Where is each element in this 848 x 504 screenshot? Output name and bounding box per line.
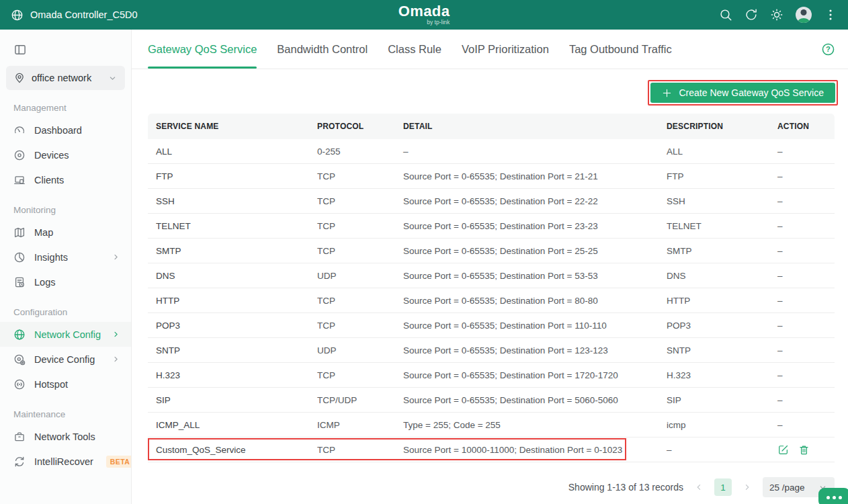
cell-action: –	[769, 221, 835, 231]
sidebar-item-intellirecover[interactable]: IntelliRecoverBETA	[0, 449, 131, 474]
records-summary: Showing 1-13 of 13 records	[568, 482, 683, 493]
search-icon[interactable]	[719, 8, 732, 22]
cell-service-name: SMTP	[148, 246, 309, 256]
controller-title: Omada Controller_C5D0	[30, 9, 138, 20]
sidebar-item-logs[interactable]: Logs	[0, 269, 131, 294]
tab-voip-prioritization[interactable]: VoIP Prioritization	[462, 30, 549, 69]
delete-icon[interactable]	[798, 444, 810, 456]
cell-description: SIP	[659, 395, 769, 405]
cell-description: DNS	[659, 271, 769, 281]
cell-protocol: 0-255	[309, 146, 395, 157]
cell-detail: Source Port = 0-65535; Destination Port …	[395, 296, 659, 306]
cell-protocol: TCP	[309, 296, 395, 306]
tab-label: Class Rule	[388, 43, 441, 56]
site-selector-label: office network	[32, 73, 101, 83]
sidebar-item-label: Clients	[34, 175, 64, 185]
globe-icon	[11, 9, 24, 22]
annotation-create-button: Create New Gateway QoS Service	[648, 80, 838, 106]
network-config-icon	[13, 329, 26, 341]
sidebar-item-label: Logs	[34, 277, 55, 288]
cell-service-name: ALL	[148, 146, 309, 157]
table-body: ALL0-255–ALL–FTPTCPSource Port = 0-65535…	[148, 139, 835, 462]
table-row: HTTPTCPSource Port = 0-65535; Destinatio…	[148, 288, 835, 313]
table-row: POP3TCPSource Port = 0-65535; Destinatio…	[148, 313, 835, 338]
cell-action: –	[769, 395, 835, 405]
prev-page-button[interactable]	[693, 482, 704, 493]
table-row: SIPTCP/UDPSource Port = 0-65535; Destina…	[148, 388, 835, 413]
tab-bandwidth-control[interactable]: Bandwidth Control	[277, 30, 368, 69]
location-pin-icon	[13, 72, 26, 84]
sidebar-section-label: Configuration	[13, 304, 131, 320]
sidebar-item-dashboard[interactable]: Dashboard	[0, 118, 131, 142]
chat-widget-button[interactable]	[818, 488, 848, 504]
tab-label: Bandwidth Control	[277, 43, 368, 56]
tab-gateway-qos-service[interactable]: Gateway QoS Service	[148, 30, 257, 69]
table-row: TELNETTCPSource Port = 0-65535; Destinat…	[148, 214, 835, 239]
tabs-bar: Gateway QoS ServiceBandwidth ControlClas…	[132, 30, 848, 69]
current-page-button[interactable]: 1	[714, 478, 732, 496]
omada-logo-subtitle: by tp-link	[427, 19, 450, 26]
sidebar-item-label: Network Config	[34, 329, 101, 340]
site-selector[interactable]: office network	[6, 66, 125, 90]
cell-detail: Source Port = 0-65535; Destination Port …	[395, 395, 659, 405]
cell-protocol: TCP	[309, 370, 395, 380]
cell-service-name: Custom_QoS_Service	[148, 445, 309, 455]
chevron-right-icon	[111, 354, 121, 364]
intellirecover-icon	[13, 456, 26, 468]
cell-service-name: HTTP	[148, 296, 309, 306]
qos-service-table: SERVICE NAMEPROTOCOLDETAILDESCRIPTIONACT…	[148, 114, 835, 462]
cell-action: –	[769, 370, 835, 380]
cell-protocol: ICMP	[309, 420, 395, 430]
cell-detail: Source Port = 0-65535; Destination Port …	[395, 246, 659, 256]
cell-service-name: H.323	[148, 370, 309, 380]
svg-text:?: ?	[826, 45, 831, 53]
topbar-actions	[719, 7, 837, 23]
cell-protocol: TCP	[309, 221, 395, 231]
column-header-protocol: PROTOCOL	[309, 122, 395, 131]
cell-service-name: SNTP	[148, 345, 309, 355]
sidebar-item-map[interactable]: Map	[0, 220, 131, 245]
cell-protocol: TCP	[309, 246, 395, 256]
brightness-icon[interactable]	[770, 8, 783, 22]
cell-detail: Type = 255; Code = 255	[395, 420, 659, 430]
user-avatar[interactable]	[796, 7, 812, 23]
edit-icon[interactable]	[777, 444, 789, 456]
column-header-service-name: SERVICE NAME	[148, 122, 309, 131]
next-page-button[interactable]	[742, 482, 753, 493]
controller-brand: Omada Controller_C5D0	[11, 9, 138, 22]
tab-tag-outbound-traffic[interactable]: Tag Outbound Traffic	[569, 30, 672, 69]
sidebar-item-hotspot[interactable]: Hotspot	[0, 372, 131, 396]
sidebar-item-label: Device Config	[34, 354, 95, 365]
sidebar-sections: ManagementDashboardDevicesClientsMonitor…	[0, 100, 131, 474]
kebab-menu-icon[interactable]	[824, 8, 837, 22]
dashboard-icon	[13, 124, 26, 136]
help-icon[interactable]: ?	[821, 42, 835, 56]
sidebar: office network ManagementDashboardDevice…	[0, 30, 132, 504]
cell-action: –	[769, 146, 835, 157]
sidebar-item-device-config[interactable]: Device Config	[0, 347, 131, 372]
chevron-down-icon	[108, 73, 118, 83]
cell-detail: –	[395, 146, 659, 157]
refresh-icon[interactable]	[745, 8, 758, 22]
tab-class-rule[interactable]: Class Rule	[388, 30, 441, 69]
sidebar-collapse-button[interactable]	[13, 43, 27, 56]
cell-service-name: TELNET	[148, 221, 309, 231]
sidebar-item-network-tools[interactable]: Network Tools	[0, 424, 131, 449]
table-row: SSHTCPSource Port = 0-65535; Destination…	[148, 189, 835, 214]
page-size-value: 25 /page	[769, 482, 805, 493]
sidebar-item-network-config[interactable]: Network Config	[0, 322, 131, 347]
panel-icon	[13, 43, 27, 56]
sidebar-item-devices[interactable]: Devices	[0, 142, 131, 167]
cell-service-name: ICMP_ALL	[148, 420, 309, 430]
table-row: SNTPUDPSource Port = 0-65535; Destinatio…	[148, 338, 835, 363]
cell-detail: Source Port = 0-65535; Destination Port …	[395, 345, 659, 355]
sidebar-item-clients[interactable]: Clients	[0, 167, 131, 192]
create-qos-service-button[interactable]: Create New Gateway QoS Service	[650, 83, 835, 103]
sidebar-item-label: Devices	[34, 150, 69, 161]
cell-action: –	[769, 196, 835, 206]
sidebar-item-insights[interactable]: Insights	[0, 245, 131, 269]
sidebar-section-label: Maintenance	[13, 407, 131, 422]
cell-action: –	[769, 271, 835, 281]
omada-logo-word: Omada	[398, 4, 450, 19]
cell-description: H.323	[659, 370, 769, 380]
